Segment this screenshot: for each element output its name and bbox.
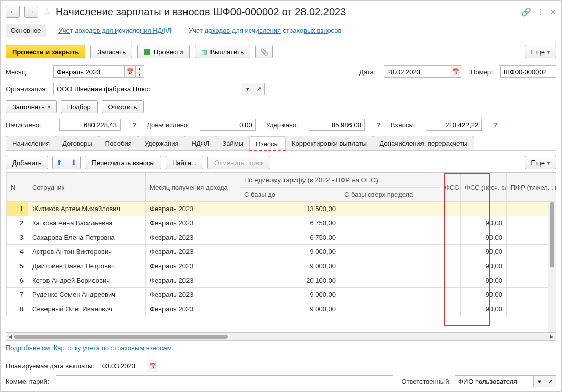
- table-row[interactable]: 5Дмитриев Павел ПетровичФевраль 20239 00…: [7, 259, 556, 273]
- tab-6[interactable]: Взносы: [249, 136, 286, 151]
- move-down-button[interactable]: ⬇: [66, 156, 81, 169]
- favorite-star-icon[interactable]: ☆: [42, 6, 52, 18]
- month-down-icon[interactable]: ▼: [136, 72, 144, 78]
- plan-date-input[interactable]: [99, 360, 147, 372]
- cancel-find-button: Отменить поиск: [207, 156, 270, 169]
- col-tarif2-header[interactable]: С базы сверх предела: [340, 188, 440, 202]
- col-n-header[interactable]: N: [7, 173, 28, 202]
- table-row[interactable]: 7Руденко Семен АндреевичФевраль 20239 00…: [7, 288, 556, 302]
- post-and-close-button[interactable]: Провести и закрыть: [6, 45, 85, 58]
- withheld-input[interactable]: [309, 119, 365, 131]
- tab-0[interactable]: Начисления: [6, 136, 56, 150]
- titlebar: ← → ☆ Начисление зарплаты и взносов ШФ00…: [6, 5, 556, 19]
- month-input[interactable]: [53, 65, 125, 78]
- calendar-icon[interactable]: 📅: [147, 360, 158, 372]
- attachment-button[interactable]: 📎: [255, 45, 273, 58]
- add-accrued-input[interactable]: [200, 119, 256, 131]
- add-accrued-label: Доначислено:: [147, 121, 190, 129]
- navigation-tabs: Основное Учет доходов для исчисления НДФ…: [6, 24, 556, 37]
- grid-more-button[interactable]: Еще: [525, 156, 556, 169]
- tab-3[interactable]: Удержания: [138, 136, 185, 150]
- table-row[interactable]: 2Каткова Анна ВасильевнаФевраль 20236 75…: [7, 216, 556, 230]
- open-ref-icon[interactable]: ↗: [253, 83, 265, 95]
- close-icon[interactable]: ✕: [550, 7, 556, 17]
- paperclip-icon: 📎: [260, 48, 268, 56]
- find-button[interactable]: Найти...: [166, 156, 203, 169]
- more-vertical-icon[interactable]: ⋮: [536, 7, 545, 17]
- resp-input[interactable]: [455, 375, 534, 387]
- nav-tab-insurance[interactable]: Учет доходов для исчисления страховых вз…: [183, 24, 346, 37]
- fill-button[interactable]: Заполнить: [6, 100, 57, 113]
- col-tarif1-header[interactable]: С базы до: [240, 188, 340, 202]
- resp-label: Ответственный:: [402, 378, 451, 385]
- detail-tabs: НачисленияДоговорыПособияУдержанияНДФЛЗа…: [6, 136, 556, 151]
- scroll-left-icon[interactable]: ◀: [7, 333, 14, 340]
- contrib-input[interactable]: [426, 119, 482, 131]
- contrib-label: Взносы:: [391, 121, 416, 129]
- org-label: Организация:: [6, 85, 49, 93]
- help-icon[interactable]: ?: [494, 121, 498, 129]
- nav-tab-main[interactable]: Основное: [6, 24, 46, 37]
- post-label: Провести: [154, 48, 183, 56]
- move-up-button[interactable]: ⬆: [52, 156, 66, 169]
- add-row-button[interactable]: Добавить: [6, 156, 48, 169]
- number-label: Номер:: [471, 68, 496, 76]
- calendar-icon[interactable]: 📅: [450, 65, 461, 78]
- scroll-right-icon[interactable]: ▶: [548, 333, 555, 340]
- date-input[interactable]: [384, 65, 450, 78]
- col-fss-header[interactable]: ФСС: [440, 173, 461, 202]
- col-pfr-header[interactable]: ПФР (тяжел. , кл.: [507, 173, 556, 202]
- open-ref-icon[interactable]: ↗: [545, 375, 556, 387]
- pay-label: Выплатить: [210, 48, 244, 56]
- table-row[interactable]: 6Котов Андрей БорисовичФевраль 202320 10…: [7, 273, 556, 288]
- nav-forward-button[interactable]: →: [24, 6, 38, 18]
- table-row[interactable]: 8Северный Олег ИвановичФевраль 20239 000…: [7, 302, 556, 316]
- nav-back-button[interactable]: ←: [6, 6, 20, 18]
- org-input[interactable]: [53, 83, 242, 95]
- month-label: Месяц:: [6, 68, 49, 76]
- post-button[interactable]: Провести: [137, 45, 190, 58]
- tab-4[interactable]: НДФЛ: [185, 136, 217, 150]
- calendar-icon[interactable]: 📅: [125, 65, 136, 78]
- help-icon[interactable]: ?: [132, 121, 136, 129]
- col-month-header[interactable]: Месяц получения дохода: [146, 173, 240, 202]
- plan-date-label: Планируемая дата выплаты:: [6, 362, 95, 370]
- accrued-input[interactable]: [59, 119, 121, 131]
- post-icon: [144, 49, 150, 55]
- tab-8[interactable]: Доначисления, перерасчеты: [373, 136, 475, 150]
- date-label: Дата:: [359, 68, 380, 76]
- pay-button[interactable]: ▦Выплатить: [195, 45, 250, 58]
- more-info-link[interactable]: Подробнее см. Карточку учета по страховы…: [6, 344, 556, 352]
- save-button[interactable]: Записать: [90, 45, 132, 58]
- clear-button[interactable]: Очистить: [102, 100, 144, 113]
- dropdown-icon[interactable]: ▾: [242, 83, 253, 95]
- col-fssn-header[interactable]: ФСС (несч. случ.): [461, 173, 507, 202]
- dropdown-icon[interactable]: ▾: [534, 375, 545, 387]
- table-row[interactable]: 4Астров Антон ВикторовичФевраль 20239 00…: [7, 245, 556, 259]
- col-emp-header[interactable]: Сотрудник: [28, 173, 146, 202]
- withheld-label: Удержано:: [266, 121, 298, 129]
- page-title: Начисление зарплаты и взносов ШФ00-00000…: [56, 6, 517, 18]
- link-icon[interactable]: 🔗: [521, 7, 531, 17]
- table-row[interactable]: 1Житиков Артем МихайловичФевраль 202313 …: [7, 202, 556, 216]
- horizontal-scrollbar[interactable]: ◀ ▶: [6, 332, 556, 340]
- comment-input[interactable]: [56, 375, 393, 387]
- grid: N Сотрудник Месяц получения дохода По ед…: [6, 172, 556, 341]
- help-icon[interactable]: ?: [377, 121, 381, 129]
- tab-5[interactable]: Займы: [216, 136, 250, 150]
- col-tarif-header[interactable]: По единому тарифу (в 2022 - ПФР на ОПС): [240, 173, 440, 188]
- recalc-button[interactable]: Пересчитать взносы: [85, 156, 161, 169]
- vertical-scrollbar[interactable]: [548, 202, 556, 332]
- tab-7[interactable]: Корректировки выплаты: [285, 136, 373, 150]
- select-button[interactable]: Подбор: [61, 100, 98, 113]
- comment-label: Комментарий:: [6, 378, 52, 385]
- nav-tab-ndfl[interactable]: Учет доходов для исчисления НДФЛ: [54, 24, 176, 37]
- accrued-label: Начислено:: [6, 121, 49, 129]
- tab-1[interactable]: Договоры: [56, 136, 99, 150]
- number-input[interactable]: [500, 65, 556, 78]
- table-row[interactable]: 3Сахарова Елена ПетровнаФевраль 20236 75…: [7, 230, 556, 245]
- more-button[interactable]: Еще: [525, 45, 556, 58]
- tab-2[interactable]: Пособия: [99, 136, 138, 150]
- command-bar: Провести и закрыть Записать Провести ▦Вы…: [6, 45, 556, 58]
- month-up-icon[interactable]: ▲: [136, 66, 144, 72]
